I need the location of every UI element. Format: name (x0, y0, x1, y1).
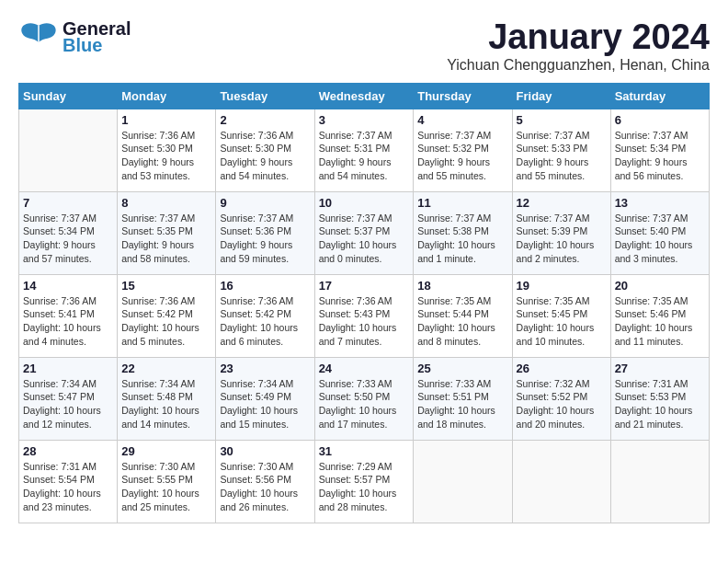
day-info: Sunrise: 7:37 AM Sunset: 5:32 PM Dayligh… (417, 129, 507, 183)
day-info: Sunrise: 7:30 AM Sunset: 5:55 PM Dayligh… (121, 460, 211, 514)
day-info: Sunrise: 7:37 AM Sunset: 5:37 PM Dayligh… (319, 212, 410, 266)
day-number: 2 (220, 113, 310, 127)
day-number: 28 (23, 444, 113, 458)
day-number: 6 (615, 113, 705, 127)
week-row-2: 7Sunrise: 7:37 AM Sunset: 5:34 PM Daylig… (19, 191, 710, 274)
day-cell-21: 21Sunrise: 7:34 AM Sunset: 5:47 PM Dayli… (19, 357, 118, 440)
weekday-header-row: SundayMondayTuesdayWednesdayThursdayFrid… (19, 83, 710, 109)
day-number: 15 (121, 279, 211, 293)
day-number: 29 (121, 444, 211, 458)
logo-blue: Blue (63, 36, 131, 54)
logo: General Blue (18, 18, 131, 55)
day-number: 24 (319, 362, 410, 375)
day-number: 22 (121, 362, 211, 375)
day-info: Sunrise: 7:37 AM Sunset: 5:38 PM Dayligh… (417, 212, 507, 266)
day-number: 18 (417, 279, 507, 293)
day-info: Sunrise: 7:37 AM Sunset: 5:36 PM Dayligh… (220, 212, 310, 266)
day-cell-10: 10Sunrise: 7:37 AM Sunset: 5:37 PM Dayli… (314, 191, 414, 274)
day-cell-2: 2Sunrise: 7:36 AM Sunset: 5:30 PM Daylig… (216, 109, 314, 191)
title-block: January 2024 Yichuan Chengguanzhen, Hena… (447, 18, 710, 74)
day-info: Sunrise: 7:34 AM Sunset: 5:48 PM Dayligh… (121, 377, 211, 431)
page-header: General Blue January 2024 Yichuan Chengg… (18, 18, 710, 74)
day-cell-28: 28Sunrise: 7:31 AM Sunset: 5:54 PM Dayli… (19, 440, 118, 523)
day-cell-29: 29Sunrise: 7:30 AM Sunset: 5:55 PM Dayli… (118, 440, 216, 523)
day-cell-26: 26Sunrise: 7:32 AM Sunset: 5:52 PM Dayli… (512, 357, 610, 440)
day-info: Sunrise: 7:37 AM Sunset: 5:35 PM Dayligh… (121, 212, 211, 266)
day-number: 17 (319, 279, 410, 293)
logo-bird-icon (18, 18, 59, 55)
day-number: 5 (517, 113, 607, 127)
day-info: Sunrise: 7:34 AM Sunset: 5:47 PM Dayligh… (23, 377, 113, 431)
day-info: Sunrise: 7:33 AM Sunset: 5:50 PM Dayligh… (319, 377, 410, 431)
day-info: Sunrise: 7:30 AM Sunset: 5:56 PM Dayligh… (220, 460, 310, 514)
weekday-header-saturday: Saturday (610, 83, 709, 109)
day-info: Sunrise: 7:36 AM Sunset: 5:41 PM Dayligh… (23, 294, 113, 349)
day-cell-24: 24Sunrise: 7:33 AM Sunset: 5:50 PM Dayli… (314, 357, 414, 440)
day-number: 30 (220, 444, 310, 458)
day-cell-3: 3Sunrise: 7:37 AM Sunset: 5:31 PM Daylig… (314, 109, 414, 191)
day-number: 8 (121, 196, 211, 210)
day-cell-13: 13Sunrise: 7:37 AM Sunset: 5:40 PM Dayli… (610, 191, 709, 274)
day-cell-5: 5Sunrise: 7:37 AM Sunset: 5:33 PM Daylig… (512, 109, 610, 191)
day-number: 14 (23, 279, 113, 293)
day-cell-17: 17Sunrise: 7:36 AM Sunset: 5:43 PM Dayli… (314, 274, 414, 357)
day-number: 20 (615, 279, 705, 293)
day-cell-19: 19Sunrise: 7:35 AM Sunset: 5:45 PM Dayli… (512, 274, 610, 357)
day-info: Sunrise: 7:36 AM Sunset: 5:30 PM Dayligh… (220, 129, 310, 183)
day-number: 27 (615, 362, 705, 375)
day-info: Sunrise: 7:32 AM Sunset: 5:52 PM Dayligh… (517, 377, 607, 431)
day-info: Sunrise: 7:36 AM Sunset: 5:43 PM Dayligh… (319, 294, 410, 349)
week-row-4: 21Sunrise: 7:34 AM Sunset: 5:47 PM Dayli… (19, 357, 710, 440)
empty-cell (610, 440, 709, 523)
day-cell-25: 25Sunrise: 7:33 AM Sunset: 5:51 PM Dayli… (414, 357, 512, 440)
weekday-header-tuesday: Tuesday (216, 83, 314, 109)
day-cell-4: 4Sunrise: 7:37 AM Sunset: 5:32 PM Daylig… (414, 109, 512, 191)
day-number: 9 (220, 196, 310, 210)
day-cell-12: 12Sunrise: 7:37 AM Sunset: 5:39 PM Dayli… (512, 191, 610, 274)
day-cell-7: 7Sunrise: 7:37 AM Sunset: 5:34 PM Daylig… (19, 191, 118, 274)
day-cell-6: 6Sunrise: 7:37 AM Sunset: 5:34 PM Daylig… (610, 109, 709, 191)
day-cell-16: 16Sunrise: 7:36 AM Sunset: 5:42 PM Dayli… (216, 274, 314, 357)
day-number: 10 (319, 196, 410, 210)
week-row-5: 28Sunrise: 7:31 AM Sunset: 5:54 PM Dayli… (19, 440, 710, 523)
month-title: January 2024 (447, 18, 710, 57)
day-number: 13 (615, 196, 705, 210)
day-cell-11: 11Sunrise: 7:37 AM Sunset: 5:38 PM Dayli… (414, 191, 512, 274)
empty-cell (512, 440, 610, 523)
day-cell-22: 22Sunrise: 7:34 AM Sunset: 5:48 PM Dayli… (118, 357, 216, 440)
day-number: 19 (517, 279, 607, 293)
day-info: Sunrise: 7:31 AM Sunset: 5:53 PM Dayligh… (615, 377, 705, 431)
empty-cell (414, 440, 512, 523)
weekday-header-sunday: Sunday (19, 83, 118, 109)
weekday-header-monday: Monday (118, 83, 216, 109)
day-info: Sunrise: 7:35 AM Sunset: 5:45 PM Dayligh… (517, 294, 607, 349)
day-info: Sunrise: 7:37 AM Sunset: 5:33 PM Dayligh… (517, 129, 607, 183)
day-number: 3 (319, 113, 410, 127)
day-cell-18: 18Sunrise: 7:35 AM Sunset: 5:44 PM Dayli… (414, 274, 512, 357)
day-info: Sunrise: 7:33 AM Sunset: 5:51 PM Dayligh… (417, 377, 507, 431)
day-info: Sunrise: 7:35 AM Sunset: 5:46 PM Dayligh… (615, 294, 705, 349)
day-number: 31 (319, 444, 410, 458)
empty-cell (19, 109, 118, 191)
day-number: 23 (220, 362, 310, 375)
week-row-3: 14Sunrise: 7:36 AM Sunset: 5:41 PM Dayli… (19, 274, 710, 357)
day-info: Sunrise: 7:37 AM Sunset: 5:31 PM Dayligh… (319, 129, 410, 183)
day-cell-14: 14Sunrise: 7:36 AM Sunset: 5:41 PM Dayli… (19, 274, 118, 357)
day-number: 21 (23, 362, 113, 375)
day-number: 16 (220, 279, 310, 293)
weekday-header-friday: Friday (512, 83, 610, 109)
day-info: Sunrise: 7:36 AM Sunset: 5:42 PM Dayligh… (220, 294, 310, 349)
weekday-header-wednesday: Wednesday (314, 83, 414, 109)
day-cell-31: 31Sunrise: 7:29 AM Sunset: 5:57 PM Dayli… (314, 440, 414, 523)
day-cell-23: 23Sunrise: 7:34 AM Sunset: 5:49 PM Dayli… (216, 357, 314, 440)
day-number: 25 (417, 362, 507, 375)
day-number: 12 (517, 196, 607, 210)
location: Yichuan Chengguanzhen, Henan, China (447, 57, 710, 74)
day-info: Sunrise: 7:35 AM Sunset: 5:44 PM Dayligh… (417, 294, 507, 349)
day-info: Sunrise: 7:37 AM Sunset: 5:34 PM Dayligh… (615, 129, 705, 183)
day-number: 4 (417, 113, 507, 127)
day-info: Sunrise: 7:31 AM Sunset: 5:54 PM Dayligh… (23, 460, 113, 514)
day-info: Sunrise: 7:29 AM Sunset: 5:57 PM Dayligh… (319, 460, 410, 514)
day-number: 26 (517, 362, 607, 375)
day-number: 1 (121, 113, 211, 127)
